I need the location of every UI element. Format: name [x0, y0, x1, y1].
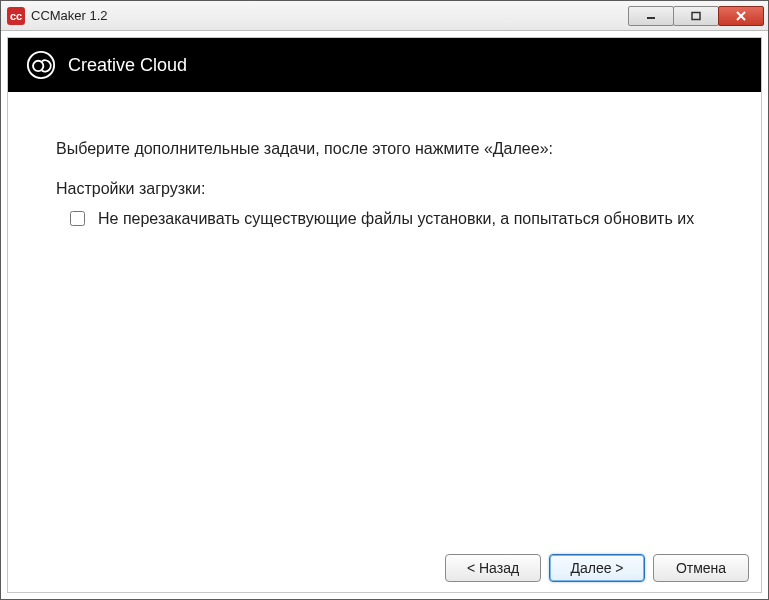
close-button[interactable] [718, 6, 764, 26]
instruction-text: Выберите дополнительные задачи, после эт… [56, 140, 723, 158]
next-button[interactable]: Далее > [549, 554, 645, 582]
title-bar: cc CCMaker 1.2 [1, 1, 768, 31]
no-redownload-checkbox[interactable] [70, 211, 85, 226]
wizard-body: Выберите дополнительные задачи, после эт… [8, 92, 761, 544]
svg-rect-1 [692, 12, 700, 19]
back-button[interactable]: < Назад [445, 554, 541, 582]
svg-point-5 [33, 61, 43, 71]
checkbox-row[interactable]: Не перезакачивать существующие файлы уст… [66, 208, 723, 230]
product-name: Creative Cloud [68, 55, 187, 76]
window-controls [629, 6, 764, 26]
section-label: Настройки загрузки: [56, 180, 723, 198]
cancel-button[interactable]: Отмена [653, 554, 749, 582]
checkbox-label: Не перезакачивать существующие файлы уст… [98, 208, 723, 230]
wizard-header: Creative Cloud [8, 38, 761, 92]
app-window: cc CCMaker 1.2 Creative Cloud [0, 0, 769, 600]
wizard-buttons: < Назад Далее > Отмена [8, 544, 761, 592]
wizard-frame: Creative Cloud Выберите дополнительные з… [7, 37, 762, 593]
minimize-button[interactable] [628, 6, 674, 26]
creative-cloud-icon [26, 50, 56, 80]
app-icon: cc [7, 7, 25, 25]
maximize-button[interactable] [673, 6, 719, 26]
window-title: CCMaker 1.2 [31, 8, 629, 23]
